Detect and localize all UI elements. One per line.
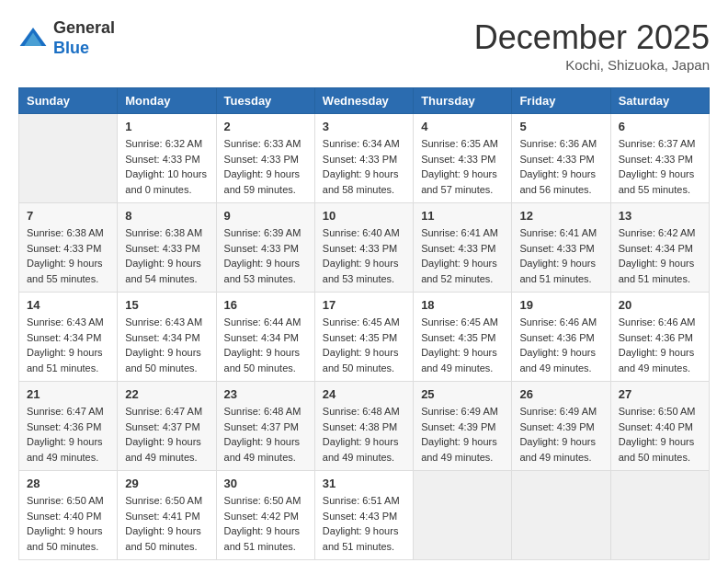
- calendar-cell: 13Sunrise: 6:42 AMSunset: 4:34 PMDayligh…: [610, 203, 709, 293]
- day-header-friday: Friday: [512, 88, 610, 114]
- day-number: 3: [323, 120, 405, 133]
- day-info: Sunrise: 6:37 AMSunset: 4:33 PMDaylight:…: [619, 136, 701, 197]
- day-info: Sunrise: 6:46 AMSunset: 4:36 PMDaylight:…: [619, 315, 701, 375]
- day-info: Sunrise: 6:42 AMSunset: 4:34 PMDaylight:…: [619, 225, 701, 286]
- calendar-cell: 12Sunrise: 6:41 AMSunset: 4:33 PMDayligh…: [512, 203, 610, 293]
- calendar-cell: [19, 114, 118, 203]
- title-block: December 2025 Kochi, Shizuoka, Japan: [474, 18, 710, 73]
- day-info: Sunrise: 6:50 AMSunset: 4:40 PMDaylight:…: [619, 404, 701, 465]
- calendar-cell: 2Sunrise: 6:33 AMSunset: 4:33 PMDaylight…: [216, 114, 314, 203]
- calendar-cell: 30Sunrise: 6:50 AMSunset: 4:42 PMDayligh…: [216, 471, 314, 560]
- day-header-thursday: Thursday: [414, 88, 512, 114]
- calendar-cell: 18Sunrise: 6:45 AMSunset: 4:35 PMDayligh…: [414, 293, 512, 382]
- day-info: Sunrise: 6:36 AMSunset: 4:33 PMDaylight:…: [519, 136, 602, 197]
- day-number: 6: [619, 120, 701, 133]
- day-header-saturday: Saturday: [610, 88, 709, 114]
- day-info: Sunrise: 6:45 AMSunset: 4:35 PMDaylight:…: [421, 315, 504, 375]
- calendar-cell: 7Sunrise: 6:38 AMSunset: 4:33 PMDaylight…: [19, 203, 118, 293]
- calendar-week-row: 14Sunrise: 6:43 AMSunset: 4:34 PMDayligh…: [19, 293, 710, 382]
- calendar-cell: 17Sunrise: 6:45 AMSunset: 4:35 PMDayligh…: [314, 293, 413, 382]
- day-number: 19: [519, 298, 602, 312]
- day-number: 21: [27, 387, 109, 401]
- day-info: Sunrise: 6:47 AMSunset: 4:37 PMDaylight:…: [125, 404, 208, 465]
- day-info: Sunrise: 6:43 AMSunset: 4:34 PMDaylight:…: [27, 315, 109, 375]
- calendar-cell: 4Sunrise: 6:35 AMSunset: 4:33 PMDaylight…: [414, 114, 512, 203]
- logo-text: General Blue: [53, 18, 115, 58]
- day-info: Sunrise: 6:46 AMSunset: 4:36 PMDaylight:…: [519, 315, 602, 375]
- day-number: 14: [27, 298, 109, 312]
- calendar-cell: 27Sunrise: 6:50 AMSunset: 4:40 PMDayligh…: [610, 382, 709, 471]
- calendar-cell: 3Sunrise: 6:34 AMSunset: 4:33 PMDaylight…: [314, 114, 413, 203]
- day-number: 18: [421, 298, 504, 312]
- calendar-week-row: 21Sunrise: 6:47 AMSunset: 4:36 PMDayligh…: [19, 382, 710, 471]
- calendar-cell: 22Sunrise: 6:47 AMSunset: 4:37 PMDayligh…: [118, 382, 216, 471]
- page-header: General Blue December 2025 Kochi, Shizuo…: [18, 18, 710, 73]
- day-number: 13: [619, 209, 701, 223]
- day-info: Sunrise: 6:51 AMSunset: 4:43 PMDaylight:…: [323, 493, 405, 554]
- calendar-cell: 21Sunrise: 6:47 AMSunset: 4:36 PMDayligh…: [19, 382, 118, 471]
- day-info: Sunrise: 6:48 AMSunset: 4:38 PMDaylight:…: [323, 404, 405, 465]
- calendar-cell: 31Sunrise: 6:51 AMSunset: 4:43 PMDayligh…: [314, 471, 413, 560]
- day-number: 5: [519, 120, 602, 133]
- day-info: Sunrise: 6:45 AMSunset: 4:35 PMDaylight:…: [323, 315, 405, 375]
- day-number: 23: [224, 387, 307, 401]
- logo: General Blue: [18, 18, 115, 58]
- calendar-cell: 20Sunrise: 6:46 AMSunset: 4:36 PMDayligh…: [610, 293, 709, 382]
- day-number: 22: [125, 387, 208, 401]
- logo-blue: Blue: [53, 39, 89, 57]
- day-number: 16: [224, 298, 307, 312]
- calendar-header-row: SundayMondayTuesdayWednesdayThursdayFrid…: [19, 88, 710, 114]
- day-info: Sunrise: 6:50 AMSunset: 4:42 PMDaylight:…: [224, 493, 307, 554]
- day-info: Sunrise: 6:33 AMSunset: 4:33 PMDaylight:…: [224, 136, 307, 197]
- day-info: Sunrise: 6:40 AMSunset: 4:33 PMDaylight:…: [323, 225, 405, 286]
- calendar-cell: 1Sunrise: 6:32 AMSunset: 4:33 PMDaylight…: [118, 114, 216, 203]
- day-number: 9: [224, 209, 307, 223]
- logo-general: General: [53, 18, 115, 37]
- day-info: Sunrise: 6:50 AMSunset: 4:41 PMDaylight:…: [125, 493, 208, 554]
- day-info: Sunrise: 6:49 AMSunset: 4:39 PMDaylight:…: [519, 404, 602, 465]
- day-number: 12: [519, 209, 602, 223]
- day-number: 27: [619, 387, 701, 401]
- location: Kochi, Shizuoka, Japan: [474, 57, 710, 73]
- calendar-week-row: 1Sunrise: 6:32 AMSunset: 4:33 PMDaylight…: [19, 114, 710, 203]
- calendar-cell: 14Sunrise: 6:43 AMSunset: 4:34 PMDayligh…: [19, 293, 118, 382]
- month-title: December 2025: [474, 18, 710, 57]
- calendar-cell: [414, 471, 512, 560]
- calendar-cell: 26Sunrise: 6:49 AMSunset: 4:39 PMDayligh…: [512, 382, 610, 471]
- calendar-cell: 28Sunrise: 6:50 AMSunset: 4:40 PMDayligh…: [19, 471, 118, 560]
- calendar-cell: 24Sunrise: 6:48 AMSunset: 4:38 PMDayligh…: [314, 382, 413, 471]
- logo-icon: [18, 24, 48, 53]
- day-info: Sunrise: 6:34 AMSunset: 4:33 PMDaylight:…: [323, 136, 405, 197]
- day-info: Sunrise: 6:41 AMSunset: 4:33 PMDaylight:…: [421, 225, 504, 286]
- day-info: Sunrise: 6:35 AMSunset: 4:33 PMDaylight:…: [421, 136, 504, 197]
- day-header-monday: Monday: [118, 88, 216, 114]
- day-number: 7: [27, 209, 109, 223]
- day-number: 29: [125, 477, 208, 490]
- calendar-cell: 6Sunrise: 6:37 AMSunset: 4:33 PMDaylight…: [610, 114, 709, 203]
- day-info: Sunrise: 6:41 AMSunset: 4:33 PMDaylight:…: [519, 225, 602, 286]
- calendar-cell: 16Sunrise: 6:44 AMSunset: 4:34 PMDayligh…: [216, 293, 314, 382]
- day-number: 4: [421, 120, 504, 133]
- day-header-sunday: Sunday: [19, 88, 118, 114]
- day-info: Sunrise: 6:32 AMSunset: 4:33 PMDaylight:…: [125, 136, 208, 197]
- day-info: Sunrise: 6:39 AMSunset: 4:33 PMDaylight:…: [224, 225, 307, 286]
- calendar-cell: 15Sunrise: 6:43 AMSunset: 4:34 PMDayligh…: [118, 293, 216, 382]
- day-number: 1: [125, 120, 208, 133]
- day-info: Sunrise: 6:38 AMSunset: 4:33 PMDaylight:…: [125, 225, 208, 286]
- day-number: 28: [27, 477, 109, 490]
- calendar-cell: 5Sunrise: 6:36 AMSunset: 4:33 PMDaylight…: [512, 114, 610, 203]
- day-number: 25: [421, 387, 504, 401]
- calendar-week-row: 28Sunrise: 6:50 AMSunset: 4:40 PMDayligh…: [19, 471, 710, 560]
- calendar-table: SundayMondayTuesdayWednesdayThursdayFrid…: [18, 87, 710, 560]
- day-info: Sunrise: 6:50 AMSunset: 4:40 PMDaylight:…: [27, 493, 109, 554]
- day-info: Sunrise: 6:44 AMSunset: 4:34 PMDaylight:…: [224, 315, 307, 375]
- day-number: 20: [619, 298, 701, 312]
- calendar-cell: 23Sunrise: 6:48 AMSunset: 4:37 PMDayligh…: [216, 382, 314, 471]
- day-number: 2: [224, 120, 307, 133]
- day-number: 31: [323, 477, 405, 490]
- day-info: Sunrise: 6:48 AMSunset: 4:37 PMDaylight:…: [224, 404, 307, 465]
- calendar-cell: [610, 471, 709, 560]
- calendar-cell: 19Sunrise: 6:46 AMSunset: 4:36 PMDayligh…: [512, 293, 610, 382]
- day-info: Sunrise: 6:38 AMSunset: 4:33 PMDaylight:…: [27, 225, 109, 286]
- day-info: Sunrise: 6:49 AMSunset: 4:39 PMDaylight:…: [421, 404, 504, 465]
